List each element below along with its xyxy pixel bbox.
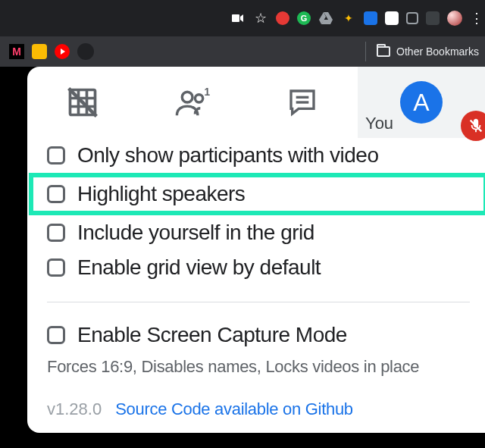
other-bookmarks[interactable]: Other Bookmarks — [365, 42, 479, 61]
bookmark-icon[interactable] — [77, 43, 94, 60]
checkbox[interactable] — [47, 326, 65, 344]
extension-icon[interactable]: ✦ — [341, 11, 356, 26]
drive-icon[interactable] — [318, 11, 333, 26]
option-label: Only show participants with video — [77, 145, 378, 166]
avatar-initial: A — [413, 89, 429, 117]
tab-grid-off[interactable] — [27, 67, 137, 138]
extension-icon[interactable] — [276, 11, 289, 25]
extension-icon[interactable]: G — [297, 11, 311, 25]
star-icon[interactable]: ☆ — [253, 11, 268, 26]
divider — [47, 302, 470, 302]
svg-text:1: 1 — [204, 86, 210, 98]
avatar: A — [400, 81, 443, 124]
extension-icon[interactable] — [385, 11, 399, 25]
extension-icon[interactable] — [426, 11, 440, 25]
self-video-tile[interactable]: A You — [358, 67, 485, 138]
option-screen-capture[interactable]: Enable Screen Capture Mode — [47, 318, 470, 352]
tab-chat[interactable] — [248, 67, 358, 138]
bookmark-icon[interactable]: M — [9, 44, 24, 59]
checkbox[interactable] — [47, 258, 65, 277]
option-label: Highlight speakers — [77, 183, 245, 205]
other-bookmarks-label: Other Bookmarks — [396, 45, 479, 58]
settings-panel: 1 A You — [27, 67, 485, 433]
tab-strip: 1 A You — [27, 67, 485, 138]
extension-icon[interactable] — [406, 12, 418, 24]
option-highlight-speakers[interactable]: Highlight speakers — [47, 183, 470, 205]
checkbox[interactable] — [47, 185, 65, 203]
mic-muted-icon[interactable] — [461, 111, 485, 141]
source-code-link[interactable]: Source Code available on Github — [115, 399, 353, 419]
bookmarks-bar: M Other Bookmarks — [0, 36, 485, 67]
option-include-self[interactable]: Include yourself in the grid — [47, 215, 470, 250]
version-label: v1.28.0 — [47, 399, 102, 419]
svg-point-7 — [182, 92, 192, 102]
camera-icon[interactable] — [230, 11, 246, 26]
self-label: You — [365, 114, 393, 133]
highlight-annotation: Highlight speakers — [29, 173, 485, 215]
option-enable-default[interactable]: Enable grid view by default — [47, 250, 470, 285]
option-hint: Forces 16:9, Disables names, Locks video… — [47, 357, 470, 377]
checkbox[interactable] — [47, 146, 65, 164]
option-label: Enable Screen Capture Mode — [77, 324, 347, 346]
bookmark-icon[interactable] — [32, 44, 47, 59]
chrome-menu-icon[interactable]: ⋮ — [470, 10, 479, 27]
extension-icon[interactable] — [364, 11, 377, 25]
option-label: Include yourself in the grid — [77, 222, 314, 243]
chrome-toolbar: ☆ G ✦ ⋮ — [0, 0, 485, 36]
svg-point-8 — [195, 95, 202, 102]
svg-rect-0 — [232, 14, 239, 22]
profile-avatar-icon[interactable] — [447, 11, 462, 26]
option-label: Enable grid view by default — [77, 257, 321, 278]
svg-line-6 — [68, 89, 96, 117]
folder-icon — [377, 46, 390, 57]
tab-participants[interactable]: 1 — [137, 67, 247, 138]
option-only-video[interactable]: Only show participants with video — [47, 138, 470, 173]
checkbox[interactable] — [47, 224, 65, 242]
bookmark-icon[interactable] — [55, 44, 70, 59]
